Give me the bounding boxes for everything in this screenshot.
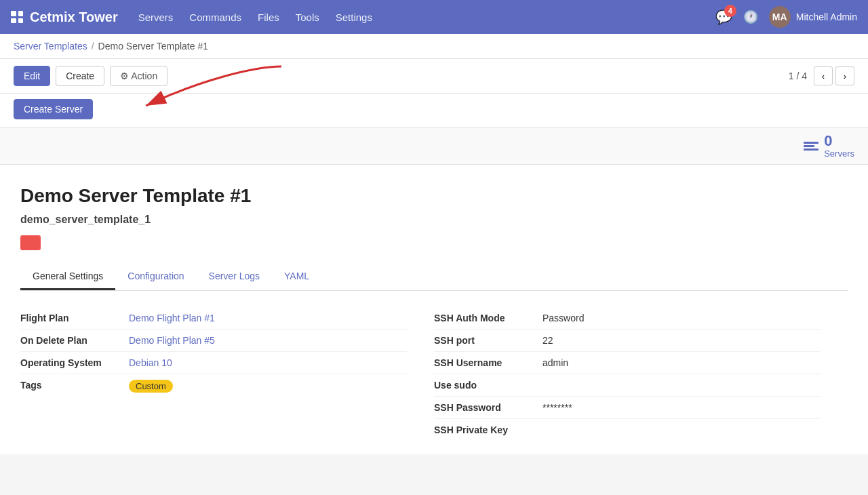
notifications[interactable]: 💬 4 <box>715 9 732 25</box>
on-delete-plan-value[interactable]: Demo Flight Plan #5 <box>129 335 215 346</box>
detail-label: SSH Private Key <box>434 424 542 435</box>
page-info: 1 / 4 <box>789 71 807 81</box>
detail-row: SSH port 22 <box>434 330 821 352</box>
detail-row: Operating System Debian 10 <box>20 352 407 374</box>
detail-row: SSH Password ******** <box>434 397 821 419</box>
detail-row: SSH Private Key <box>434 419 821 441</box>
detail-row: Tags Custom <box>20 374 407 398</box>
detail-label: On Delete Plan <box>20 335 129 346</box>
clock-icon[interactable]: 🕐 <box>743 9 758 24</box>
detail-row: On Delete Plan Demo Flight Plan #5 <box>20 330 407 352</box>
action-button[interactable]: ⚙ Action <box>110 66 167 86</box>
nav-tools[interactable]: Tools <box>296 12 319 23</box>
nav-files[interactable]: Files <box>258 12 279 23</box>
prev-page-button[interactable]: ‹ <box>814 66 833 85</box>
nav-commands[interactable]: Commands <box>189 12 241 23</box>
servers-number: 0 <box>824 134 854 148</box>
tab-configuration[interactable]: Configuration <box>115 264 196 290</box>
detail-label: Use sudo <box>434 380 542 391</box>
right-details: SSH Auth Mode Password SSH port 22 SSH U… <box>434 307 848 441</box>
detail-label: Operating System <box>20 357 129 368</box>
left-details: Flight Plan Demo Flight Plan #1 On Delet… <box>20 307 434 441</box>
breadcrumb: Server Templates / Demo Server Template … <box>14 41 854 52</box>
create-server-button[interactable]: Create Server <box>14 99 93 119</box>
brand-name: Cetmix Tower <box>30 9 118 25</box>
detail-label: SSH Username <box>434 357 542 368</box>
annotation-area: Create Server <box>0 94 868 128</box>
nav-right: 💬 4 🕐 MA Mitchell Admin <box>715 6 857 28</box>
tab-yaml[interactable]: YAML <box>272 264 321 290</box>
ssh-auth-mode-value: Password <box>542 313 584 323</box>
detail-row: SSH Auth Mode Password <box>434 307 821 330</box>
operating-system-value[interactable]: Debian 10 <box>129 357 172 368</box>
user-name: Mitchell Admin <box>796 12 857 22</box>
template-slug: demo_server_template_1 <box>20 214 848 226</box>
breadcrumb-current: Demo Server Template #1 <box>98 41 208 52</box>
main-content: Demo Server Template #1 demo_server_temp… <box>0 165 868 454</box>
pagination: 1 / 4 ‹ › <box>789 66 854 85</box>
detail-label: SSH Auth Mode <box>434 313 542 323</box>
servers-bar: 0 Servers <box>0 128 868 165</box>
nav-links: Servers Commands Files Tools Settings <box>138 12 715 23</box>
nav-servers[interactable]: Servers <box>138 12 174 23</box>
detail-row: SSH Username admin <box>434 352 821 374</box>
detail-label: Flight Plan <box>20 313 129 323</box>
tabs: General Settings Configuration Server Lo… <box>20 264 848 291</box>
brand[interactable]: Cetmix Tower <box>11 9 118 25</box>
breadcrumb-bar: Server Templates / Demo Server Template … <box>0 34 868 59</box>
servers-label: Servers <box>824 148 854 159</box>
next-page-button[interactable]: › <box>835 66 854 85</box>
servers-icon <box>804 142 818 151</box>
nav-settings[interactable]: Settings <box>336 12 372 23</box>
notification-count: 4 <box>724 5 736 17</box>
create-button[interactable]: Create <box>56 66 104 86</box>
detail-label: SSH port <box>434 335 542 346</box>
servers-count: 0 Servers <box>804 134 854 159</box>
navbar: Cetmix Tower Servers Commands Files Tool… <box>0 0 868 34</box>
avatar: MA <box>769 6 791 28</box>
template-title: Demo Server Template #1 <box>20 185 848 207</box>
edit-button[interactable]: Edit <box>14 66 50 86</box>
detail-row: Flight Plan Demo Flight Plan #1 <box>20 307 407 330</box>
detail-row: Use sudo <box>434 374 821 397</box>
template-color-swatch <box>20 235 41 250</box>
ssh-port-value: 22 <box>542 335 553 346</box>
detail-label: SSH Password <box>434 402 542 413</box>
user-info[interactable]: MA Mitchell Admin <box>769 6 857 28</box>
details-grid: Flight Plan Demo Flight Plan #1 On Delet… <box>20 307 848 441</box>
ssh-username-value: admin <box>542 357 568 368</box>
toolbar: Edit Create ⚙ Action 1 / 4 ‹ › <box>0 59 868 94</box>
tags-value[interactable]: Custom <box>129 380 173 393</box>
tab-server-logs[interactable]: Server Logs <box>197 264 272 290</box>
ssh-password-value: ******** <box>542 402 572 413</box>
grid-icon <box>11 11 23 23</box>
detail-label: Tags <box>20 380 129 391</box>
tab-general-settings[interactable]: General Settings <box>20 264 115 290</box>
breadcrumb-separator: / <box>92 41 94 52</box>
breadcrumb-parent[interactable]: Server Templates <box>14 41 87 52</box>
flight-plan-value[interactable]: Demo Flight Plan #1 <box>129 313 215 323</box>
